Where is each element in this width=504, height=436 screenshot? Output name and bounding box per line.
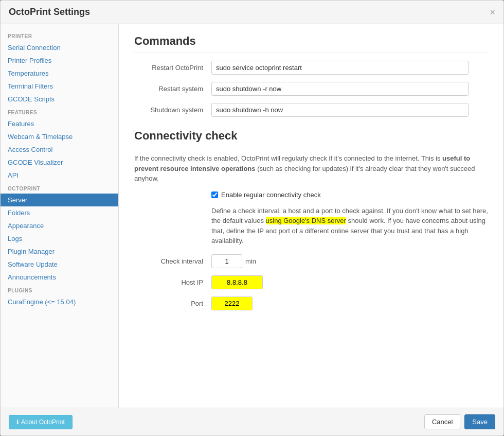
sidebar-item-software-update[interactable]: Software Update [1,258,118,271]
footer-actions: Cancel Save [424,414,495,429]
sidebar-item-gcode-scripts[interactable]: GCODE Scripts [1,93,118,106]
dialog-title: OctoPrint Settings [9,7,90,18]
sidebar-item-features[interactable]: Features [1,117,118,130]
connectivity-description: If the connectivity check is enabled, Oc… [134,153,488,184]
main-content: Commands Restart OctoPrint Restart syste… [119,24,503,408]
sidebar-section-octoprint: OCTOPRINT [1,182,118,194]
sidebar: PRINTER Serial Connection Printer Profil… [1,24,119,408]
sidebar-item-temperatures[interactable]: Temperatures [1,67,118,80]
shutdown-system-input[interactable] [211,103,469,117]
sidebar-section-features: FEATURES [1,106,118,117]
enable-connectivity-row: Enable regular connectivity check [211,191,488,199]
about-octoprint-button[interactable]: ℹAbout OctoPrint [9,415,73,429]
check-interval-row: Check interval min [134,254,488,268]
close-button[interactable]: × [490,8,495,17]
commands-title: Commands [134,34,488,53]
settings-dialog: OctoPrint Settings × PRINTER Serial Conn… [0,0,504,436]
dialog-body: PRINTER Serial Connection Printer Profil… [1,24,503,408]
restart-system-input[interactable] [211,82,469,96]
sidebar-item-webcam-timelapse[interactable]: Webcam & Timelapse [1,130,118,143]
restart-system-row: Restart system [134,82,488,96]
sidebar-item-serial-connection[interactable]: Serial Connection [1,41,118,54]
check-interval-input[interactable] [211,254,242,268]
port-input[interactable] [211,297,253,310]
title-bar: OctoPrint Settings × [1,1,503,24]
sidebar-item-cura-engine[interactable]: CuraEngine (<= 15.04) [1,295,118,308]
restart-octoprint-label: Restart OctoPrint [134,64,211,72]
save-button[interactable]: Save [464,414,495,429]
sidebar-item-access-control[interactable]: Access Control [1,143,118,156]
host-ip-row: Host IP [134,275,488,289]
connectivity-title: Connectivity check [134,129,488,147]
sidebar-item-terminal-filters[interactable]: Terminal Filters [1,80,118,93]
sidebar-section-plugins: PLUGINS [1,284,118,295]
enable-connectivity-label: Enable regular connectivity check [221,191,321,199]
port-row: Port [134,297,488,310]
host-ip-label: Host IP [134,278,211,286]
sidebar-item-logs[interactable]: Logs [1,232,118,245]
sidebar-item-appearance[interactable]: Appearance [1,219,118,232]
enable-connectivity-checkbox[interactable] [211,191,218,198]
sidebar-item-announcements[interactable]: Announcements [1,271,118,284]
sidebar-item-plugin-manager[interactable]: Plugin Manager [1,245,118,258]
sidebar-item-gcode-visualizer[interactable]: GCODE Visualizer [1,156,118,169]
sidebar-item-server[interactable]: Server [1,194,118,206]
port-label: Port [134,300,211,307]
restart-octoprint-row: Restart OctoPrint [134,61,488,75]
cancel-button[interactable]: Cancel [424,414,460,429]
sidebar-item-folders[interactable]: Folders [1,206,118,219]
info-icon: ℹ [16,418,19,426]
sidebar-item-printer-profiles[interactable]: Printer Profiles [1,54,118,67]
dialog-footer: ℹAbout OctoPrint Cancel Save [1,408,503,435]
shutdown-system-label: Shutdown system [134,106,211,114]
host-ip-input[interactable] [211,275,263,289]
restart-system-label: Restart system [134,85,211,93]
connectivity-info: Define a check interval, a host and a po… [211,206,488,246]
shutdown-system-row: Shutdown system [134,103,488,117]
restart-octoprint-input[interactable] [211,61,469,75]
check-interval-label: Check interval [134,257,211,265]
sidebar-item-api[interactable]: API [1,169,118,182]
check-interval-unit: min [245,257,256,265]
sidebar-section-printer: PRINTER [1,29,118,41]
